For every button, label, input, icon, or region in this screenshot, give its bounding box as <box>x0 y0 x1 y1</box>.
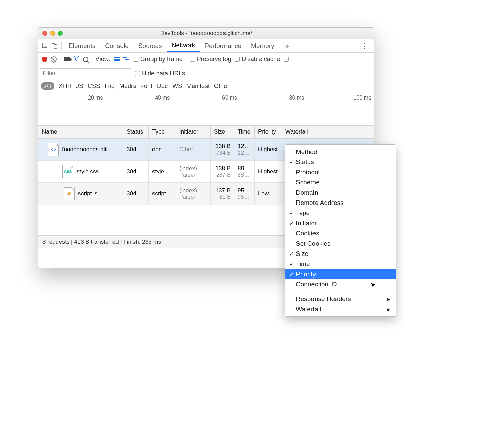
cell-name: CSSstyle.css <box>38 161 123 182</box>
disable-cache-checkbox[interactable]: Disable cache <box>235 56 280 63</box>
separator <box>92 56 92 63</box>
checkbox-icon <box>135 71 140 76</box>
type-filter-other[interactable]: Other <box>214 83 229 90</box>
type-filter-doc[interactable]: Doc <box>157 83 168 90</box>
view-overview-icon[interactable] <box>123 57 130 62</box>
menu-item-waterfall[interactable]: Waterfall▶ <box>285 304 396 314</box>
cell-priority: Low <box>255 183 282 205</box>
timeline-overview[interactable]: 20 ms40 ms60 ms80 ms100 ms <box>38 93 374 126</box>
checkbox-icon <box>133 57 138 62</box>
menu-label: Initiator <box>296 219 317 227</box>
menu-label: Time <box>296 260 310 268</box>
timeline-tick: 80 ms <box>240 93 307 101</box>
menu-item-response-headers[interactable]: Response Headers▶ <box>285 294 396 304</box>
column-header-priority[interactable]: Priority <box>255 126 282 138</box>
menu-label: Method <box>296 148 317 156</box>
cell-time: 89…88… <box>234 161 255 182</box>
tab-console[interactable]: Console <box>100 39 133 52</box>
column-header-initiator[interactable]: Initiator <box>176 126 211 138</box>
column-header-name[interactable]: Name <box>38 126 123 138</box>
menu-label: Status <box>296 158 314 166</box>
filter-input[interactable] <box>40 68 131 78</box>
check-icon: ✓ <box>288 271 296 278</box>
type-filter-js[interactable]: JS <box>76 83 83 90</box>
tab-network[interactable]: Network <box>167 39 200 52</box>
menu-label: Set Cookies <box>296 240 330 247</box>
separator <box>186 56 186 63</box>
type-filter-media[interactable]: Media <box>119 83 136 90</box>
filter-toggle-icon[interactable] <box>73 55 79 63</box>
menu-label: Type <box>296 209 310 217</box>
type-filter-css[interactable]: CSS <box>88 83 100 90</box>
tab-performance[interactable]: Performance <box>200 39 246 52</box>
menu-item-cookies[interactable]: Cookies <box>285 228 396 239</box>
check-icon: ✓ <box>288 220 296 227</box>
menu-item-scheme[interactable]: Scheme <box>285 177 396 188</box>
device-toolbar-icon[interactable] <box>50 39 59 52</box>
inspect-element-icon[interactable] <box>40 39 50 52</box>
cell-type: script <box>149 183 176 205</box>
type-filter-all[interactable]: All <box>41 82 54 90</box>
menu-label: Cookies <box>296 230 319 237</box>
group-by-frame-checkbox[interactable]: Group by frame <box>133 56 183 63</box>
tab-sources[interactable]: Sources <box>133 39 167 52</box>
column-header-waterfall[interactable]: Waterfall <box>282 126 374 138</box>
column-header-status[interactable]: Status <box>123 126 149 138</box>
cell-time: 12…12… <box>234 139 255 160</box>
filter-bar: Hide data URLs <box>38 66 374 81</box>
checkbox-label: Preserve log <box>197 56 231 63</box>
timeline-tick: 100 ms <box>307 93 374 101</box>
preserve-log-checkbox[interactable]: Preserve log <box>190 56 231 63</box>
menu-item-method[interactable]: Method <box>285 147 396 157</box>
more-tabs-button[interactable]: » <box>281 39 294 52</box>
menu-item-remote-address[interactable]: Remote Address <box>285 198 396 208</box>
menu-separator <box>285 292 396 292</box>
type-filter-xhr[interactable]: XHR <box>59 83 72 90</box>
network-toolbar: View: Group by frame Preserve log Disabl… <box>38 53 374 66</box>
type-filter-ws[interactable]: WS <box>172 83 182 90</box>
view-largerows-icon[interactable] <box>114 57 120 61</box>
submenu-arrow-icon: ▶ <box>387 297 390 302</box>
menu-label: Waterfall <box>296 305 321 313</box>
clear-button[interactable] <box>51 56 57 63</box>
offline-checkbox[interactable] <box>284 57 290 62</box>
tab-memory[interactable]: Memory <box>246 39 279 52</box>
menu-item-connection-id[interactable]: Connection ID <box>285 279 396 289</box>
cell-status: 304 <box>123 183 149 205</box>
menu-item-protocol[interactable]: Protocol <box>285 167 396 177</box>
column-header-type[interactable]: Type <box>149 126 176 138</box>
type-filter-font[interactable]: Font <box>140 83 152 90</box>
cell-name: JSscript.js <box>38 183 123 205</box>
menu-label: Protocol <box>296 169 320 176</box>
menu-item-status[interactable]: ✓Status <box>285 157 396 167</box>
menu-item-size[interactable]: ✓Size <box>285 249 396 259</box>
svg-rect-2 <box>54 45 57 49</box>
record-button[interactable] <box>42 57 47 62</box>
menu-label: Priority <box>296 270 316 278</box>
menu-item-priority[interactable]: ✓Priority <box>285 269 396 279</box>
settings-menu-icon[interactable]: ⋮ <box>358 41 372 50</box>
type-filter-bar: AllXHRJSCSSImgMediaFontDocWSManifestOthe… <box>38 81 374 93</box>
search-icon[interactable] <box>83 57 88 62</box>
menu-item-set-cookies[interactable]: Set Cookies <box>285 239 396 249</box>
cell-initiator: (index)Parser <box>176 183 211 205</box>
tab-elements[interactable]: Elements <box>64 39 100 52</box>
check-icon: ✓ <box>288 261 296 268</box>
menu-item-initiator[interactable]: ✓Initiator <box>285 218 396 228</box>
menu-item-time[interactable]: ✓Time <box>285 259 396 269</box>
type-filter-img[interactable]: Img <box>105 83 115 90</box>
column-header-size[interactable]: Size <box>211 126 234 138</box>
cell-size: 138 B734 B <box>211 139 234 160</box>
separator <box>61 42 62 50</box>
panel-tabbar: ElementsConsoleSourcesNetworkPerformance… <box>38 39 374 53</box>
screenshot-capture-icon[interactable] <box>64 57 70 61</box>
menu-label: Scheme <box>296 179 320 186</box>
file-name: script.js <box>78 190 98 197</box>
menu-item-domain[interactable]: Domain <box>285 188 396 198</box>
menu-label: Response Headers <box>296 295 351 303</box>
menu-item-type[interactable]: ✓Type <box>285 208 396 218</box>
type-filter-manifest[interactable]: Manifest <box>186 83 210 90</box>
table-header-row: Name Status Type Initiator Size Time Pri… <box>38 126 374 139</box>
hide-data-urls-checkbox[interactable]: Hide data URLs <box>135 70 185 77</box>
column-header-time[interactable]: Time <box>234 126 255 138</box>
